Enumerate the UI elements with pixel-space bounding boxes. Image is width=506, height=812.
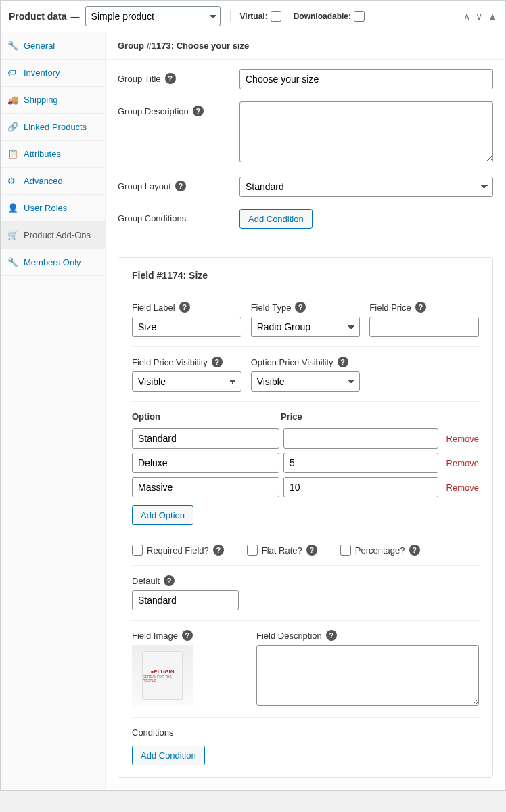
sidebar-item-linked[interactable]: 🔗Linked Products [1, 114, 105, 141]
price-header: Price [281, 411, 302, 422]
option-name-input[interactable] [132, 428, 279, 449]
chevron-up-icon[interactable]: ∧ [463, 11, 470, 22]
option-header: Option [132, 411, 281, 422]
panel-header: Product data — Simple product Virtual: D… [1, 1, 505, 32]
help-icon[interactable]: ? [409, 545, 420, 556]
field-price-input[interactable] [369, 317, 479, 337]
option-row: Remove [132, 477, 479, 497]
virtual-label: Virtual: [240, 11, 281, 22]
field-image-thumb[interactable]: ●PLUGIN CEREAL FOR THE PEOPLE [132, 645, 193, 706]
option-price-input[interactable] [283, 453, 438, 473]
panel-title: Product data [9, 11, 67, 22]
remove-option-link[interactable]: Remove [446, 458, 479, 468]
field-panel: Field #1174: Size Field Label? Field Typ… [118, 257, 493, 778]
caret-up-icon[interactable]: ▲ [488, 11, 497, 22]
product-bag: ●PLUGIN CEREAL FOR THE PEOPLE [142, 651, 183, 700]
add-option-button[interactable]: Add Option [132, 505, 193, 525]
group-cond-label: Group Conditions [118, 213, 186, 223]
add-field-condition-button[interactable]: Add Condition [132, 746, 205, 765]
conditions-label: Conditions [132, 727, 173, 738]
field-type-select[interactable]: Radio Group [251, 317, 361, 337]
percentage-label: Percentage? [355, 545, 405, 556]
help-icon[interactable]: ? [182, 630, 193, 641]
flatrate-label: Flat Rate? [262, 545, 302, 556]
help-icon[interactable]: ? [179, 302, 190, 313]
required-label: Required Field? [147, 545, 209, 556]
remove-option-link[interactable]: Remove [446, 482, 479, 493]
cart-icon: 🛒 [7, 230, 18, 240]
help-icon[interactable]: ? [326, 630, 337, 641]
field-desc-textarea[interactable] [256, 645, 479, 706]
chevron-down-icon[interactable]: ∨ [476, 11, 482, 22]
group-layout-label: Group Layout [118, 181, 171, 191]
gear-icon: ⚙ [7, 176, 18, 186]
wrench-icon: 🔧 [7, 257, 18, 267]
help-icon[interactable]: ? [295, 302, 306, 313]
help-icon[interactable]: ? [175, 181, 186, 191]
group-heading: Group #1173: Choose your size [106, 32, 505, 60]
virtual-checkbox[interactable] [271, 11, 281, 22]
required-checkbox[interactable] [132, 545, 143, 556]
sidebar-item-attributes[interactable]: 📋Attributes [1, 141, 105, 168]
field-image-label: Field Image [132, 631, 178, 641]
option-row: Remove [132, 453, 479, 473]
option-price-input[interactable] [283, 428, 438, 449]
percentage-checkbox[interactable] [340, 545, 351, 556]
add-condition-button[interactable]: Add Condition [239, 209, 313, 229]
sidebar-item-members[interactable]: 🔧Members Only [1, 249, 105, 276]
opv-label: Option Price Visibility [251, 357, 334, 367]
field-price-label: Field Price [369, 302, 411, 313]
help-icon[interactable]: ? [415, 302, 426, 313]
list-icon: 📋 [7, 149, 18, 159]
group-layout-select[interactable]: Standard [239, 177, 493, 197]
field-type-label: Field Type [251, 302, 292, 313]
option-price-input[interactable] [283, 477, 438, 497]
downloadable-checkbox[interactable] [354, 11, 365, 22]
sidebar-item-addons[interactable]: 🛒Product Add-Ons [1, 222, 105, 249]
field-desc-label: Field Description [256, 631, 322, 641]
separator [230, 10, 231, 22]
toggle-icons: ∧ ∨ ▲ [463, 11, 497, 22]
help-icon[interactable]: ? [164, 575, 175, 586]
group-desc-label: Group Description [118, 106, 189, 116]
help-icon[interactable]: ? [213, 545, 224, 556]
sidebar-item-general[interactable]: 🔧General [1, 32, 105, 60]
group-desc-textarea[interactable] [239, 102, 493, 162]
sidebar-item-advanced[interactable]: ⚙Advanced [1, 168, 105, 195]
group-title-input[interactable] [239, 69, 493, 89]
fpv-label: Field Price Visibility [132, 357, 208, 367]
downloadable-label: Downloadable: [294, 11, 365, 22]
flatrate-checkbox[interactable] [247, 545, 258, 556]
help-icon[interactable]: ? [193, 106, 204, 116]
option-row: Remove [132, 428, 479, 449]
product-type-select[interactable]: Simple product [85, 6, 221, 26]
content-area: Group #1173: Choose your size Group Titl… [106, 32, 505, 790]
opv-select[interactable]: Visible [251, 371, 361, 392]
field-label-label: Field Label [132, 302, 175, 313]
field-label-input[interactable] [132, 317, 242, 337]
default-input[interactable] [132, 590, 239, 610]
option-name-input[interactable] [132, 477, 279, 497]
sidebar-item-shipping[interactable]: 🚚Shipping [1, 87, 105, 114]
fpv-select[interactable]: Visible [132, 371, 242, 392]
help-icon[interactable]: ? [212, 357, 223, 367]
user-icon: 👤 [7, 203, 18, 213]
help-icon[interactable]: ? [165, 73, 176, 84]
field-heading: Field #1174: Size [132, 270, 479, 281]
help-icon[interactable]: ? [338, 357, 348, 367]
link-icon: 🔗 [7, 122, 18, 132]
group-title-label: Group Title [118, 74, 161, 84]
truck-icon: 🚚 [7, 95, 18, 105]
tag-icon: 🏷 [7, 68, 18, 78]
option-name-input[interactable] [132, 453, 279, 473]
remove-option-link[interactable]: Remove [446, 434, 479, 444]
wrench-icon: 🔧 [7, 41, 18, 51]
help-icon[interactable]: ? [306, 545, 317, 556]
sidebar-item-userroles[interactable]: 👤User Roles [1, 195, 105, 222]
sidebar-tabs: 🔧General 🏷Inventory 🚚Shipping 🔗Linked Pr… [1, 32, 106, 790]
default-label: Default [132, 576, 160, 586]
dash: — [71, 12, 80, 22]
product-data-panel: Product data — Simple product Virtual: D… [0, 0, 506, 791]
sidebar-item-inventory[interactable]: 🏷Inventory [1, 60, 105, 87]
